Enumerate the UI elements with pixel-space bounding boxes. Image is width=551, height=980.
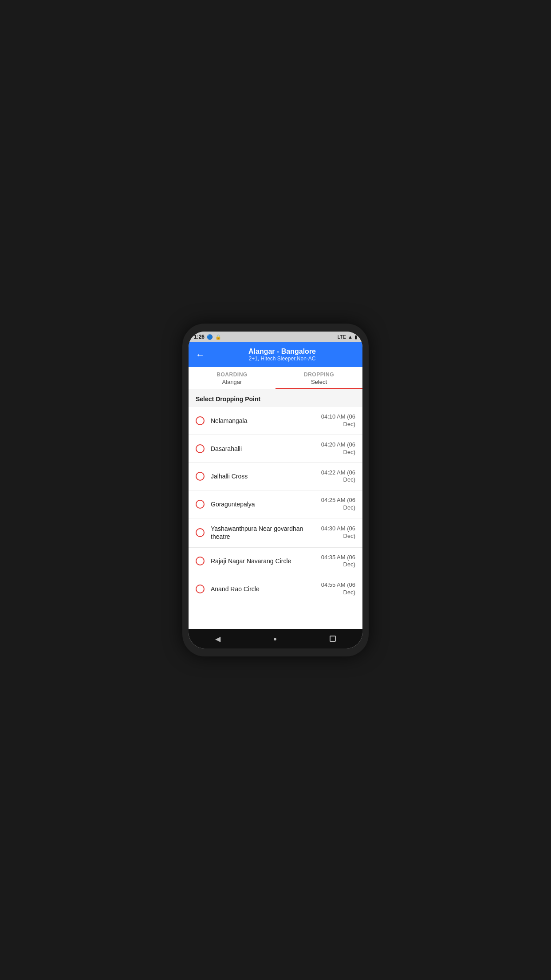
radio-button[interactable] (196, 472, 205, 481)
stop-time: 04:35 AM (06 Dec) (311, 554, 355, 569)
drop-point-name: Goraguntepalya (211, 500, 311, 508)
dropping-tab-label: DROPPING (277, 371, 361, 378)
stop-time: 04:25 AM (06 Dec) (311, 497, 355, 512)
header: ← Alangar - Bangalore 2+1, Hitech Sleepe… (189, 342, 362, 367)
phone-frame: 1:26 🔵 🔒 LTE ▲ ▮ ← Alangar - Bangalore 2… (182, 324, 369, 656)
radio-button[interactable] (196, 416, 205, 425)
tab-bar: BOARDING Alangar DROPPING Select (189, 367, 362, 389)
list-item[interactable]: Goraguntepalya04:25 AM (06 Dec) (189, 490, 362, 518)
dropping-tab-value: Select (277, 379, 361, 385)
stop-time: 04:10 AM (06 Dec) (311, 413, 355, 428)
boarding-tab-value: Alangar (190, 379, 274, 385)
stop-name: Jalhalli Cross (211, 473, 248, 480)
stop-name: Yashawanthpura Near govardhan theatre (211, 525, 303, 540)
stop-name: Dasarahalli (211, 445, 242, 452)
dropping-point-list: Nelamangala04:10 AM (06 Dec)Dasarahalli0… (189, 407, 362, 629)
list-item[interactable]: Anand Rao Circle04:55 AM (06 Dec) (189, 575, 362, 603)
drop-point-name: Nelamangala (211, 417, 311, 425)
nav-back-icon[interactable]: ◀ (215, 635, 220, 643)
status-icon-circle: 🔵 (207, 334, 213, 340)
nav-home-icon[interactable]: ● (273, 635, 277, 642)
stop-time: 04:30 AM (06 Dec) (311, 525, 355, 540)
drop-point-name: Jalhalli Cross (211, 472, 311, 480)
network-label: LTE (338, 334, 346, 340)
list-item[interactable]: Jalhalli Cross04:22 AM (06 Dec) (189, 463, 362, 491)
phone-screen: 1:26 🔵 🔒 LTE ▲ ▮ ← Alangar - Bangalore 2… (189, 332, 362, 648)
drop-point-name: Dasarahalli (211, 445, 311, 453)
status-icon-lock: 🔒 (215, 334, 221, 340)
section-title: Select Dropping Point (189, 389, 362, 407)
stop-name: Nelamangala (211, 417, 248, 424)
radio-button[interactable] (196, 444, 205, 453)
radio-button[interactable] (196, 528, 205, 537)
signal-icon: ▲ (348, 334, 353, 340)
list-item[interactable]: Dasarahalli04:20 AM (06 Dec) (189, 435, 362, 463)
stop-name: Goraguntepalya (211, 501, 255, 508)
battery-icon: ▮ (354, 334, 357, 340)
bus-type: 2+1, Hitech Sleeper,Non-AC (209, 356, 355, 362)
radio-button[interactable] (196, 500, 205, 509)
stop-time: 04:20 AM (06 Dec) (311, 441, 355, 456)
list-item[interactable]: Nelamangala04:10 AM (06 Dec) (189, 407, 362, 435)
status-time: 1:26 (194, 334, 205, 340)
stop-time: 04:55 AM (06 Dec) (311, 581, 355, 597)
list-item[interactable]: Rajaji Nagar Navarang Circle04:35 AM (06… (189, 548, 362, 576)
list-item[interactable]: Yashawanthpura Near govardhan theatre04:… (189, 518, 362, 547)
tab-boarding[interactable]: BOARDING Alangar (189, 367, 276, 389)
radio-button[interactable] (196, 585, 205, 593)
header-text: Alangar - Bangalore 2+1, Hitech Sleeper,… (209, 348, 355, 362)
status-bar: 1:26 🔵 🔒 LTE ▲ ▮ (189, 332, 362, 342)
drop-point-name: Yashawanthpura Near govardhan theatre (211, 525, 311, 541)
route-title: Alangar - Bangalore (209, 348, 355, 356)
boarding-tab-label: BOARDING (190, 371, 274, 378)
back-button[interactable]: ← (196, 350, 205, 360)
stop-name: Rajaji Nagar Navarang Circle (211, 557, 291, 565)
radio-button[interactable] (196, 557, 205, 565)
drop-point-name: Anand Rao Circle (211, 585, 311, 593)
tab-dropping[interactable]: DROPPING Select (276, 367, 362, 389)
stop-time: 04:22 AM (06 Dec) (311, 469, 355, 484)
stop-name: Anand Rao Circle (211, 585, 260, 593)
bottom-nav: ◀ ● (189, 629, 362, 648)
drop-point-name: Rajaji Nagar Navarang Circle (211, 557, 311, 565)
nav-recent-icon[interactable] (330, 636, 336, 642)
